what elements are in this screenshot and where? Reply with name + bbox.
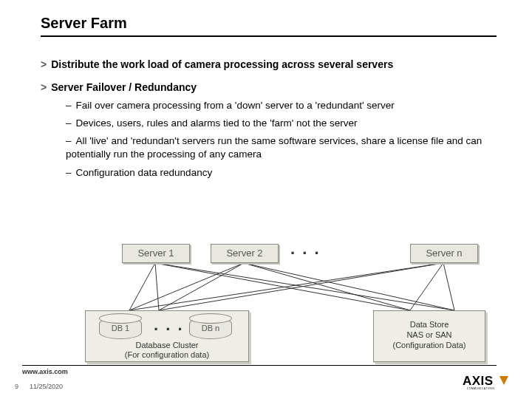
ds-l2: NAS or SAN — [406, 330, 451, 339]
subbullet-3: –All 'live' and 'redundan't servers run … — [66, 134, 497, 161]
svg-line-2 — [155, 263, 410, 310]
content-body: >Distribute the work load of camera proc… — [41, 52, 497, 180]
dash-icon: – — [66, 167, 72, 178]
svg-line-1 — [155, 263, 159, 310]
cluster-caption-l2: (For configuration data) — [125, 350, 209, 359]
data-store-caption: Data Store NAS or SAN (Configuration Dat… — [374, 320, 485, 350]
svg-line-3 — [155, 263, 454, 310]
chevron-icon: > — [41, 58, 47, 70]
db1-label: DB 1 — [100, 324, 141, 332]
bullet-text: Server Failover / Redundancy — [51, 81, 197, 93]
server-n-box: Server n — [410, 244, 478, 263]
svg-line-5 — [159, 263, 244, 310]
logo-triangle-icon — [499, 376, 508, 385]
dbn-cylinder: DB n — [189, 317, 232, 339]
slide: Server Farm >Distribute the work load of… — [0, 0, 532, 399]
axis-logo: AXIS COMMUNICATIONS — [463, 374, 510, 392]
data-store-panel: Data Store NAS or SAN (Configuration Dat… — [373, 310, 485, 362]
bullet-failover: >Server Failover / Redundancy — [41, 81, 497, 95]
svg-line-9 — [159, 263, 443, 310]
subbullet-text: All 'live' and 'redundan't servers run t… — [66, 135, 482, 160]
ellipsis-mid: . . . — [154, 316, 184, 335]
subbullet-2: –Devices, users, rules and alarms tied t… — [66, 117, 497, 130]
cluster-caption: Database Cluster (For configuration data… — [64, 341, 270, 360]
svg-line-7 — [244, 263, 454, 310]
title-rule — [41, 35, 497, 37]
logo-word: AXIS — [463, 374, 494, 388]
subbullet-text: Fail over camera processing from a 'down… — [76, 100, 395, 111]
footer-date: 11/25/2020 — [30, 383, 63, 390]
footer-url: www.axis.com — [22, 368, 68, 375]
svg-line-11 — [443, 263, 454, 310]
page-number: 9 — [15, 383, 18, 390]
db-cluster-panel: DB 1 . . . DB n Database Cluster (For co… — [85, 310, 249, 362]
bullet-text: Distribute the work load of camera proce… — [51, 58, 393, 70]
server-1-box: Server 1 — [122, 244, 190, 263]
chevron-icon: > — [41, 81, 47, 93]
svg-line-8 — [129, 263, 443, 310]
svg-line-4 — [129, 263, 244, 310]
svg-line-0 — [129, 263, 155, 310]
svg-line-6 — [244, 263, 410, 310]
ellipsis-top: . . . — [290, 239, 321, 259]
svg-line-10 — [410, 263, 443, 310]
db1-cylinder: DB 1 — [99, 317, 142, 339]
diagram: Server 1 Server 2 . . . Server n DB 1 . … — [41, 244, 497, 369]
subbullet-text: Configuration data redundancy — [76, 167, 213, 178]
footer-rule — [22, 365, 497, 366]
ds-l3: (Configuration Data) — [392, 341, 466, 349]
logo-tagline: COMMUNICATIONS — [467, 387, 495, 390]
subbullet-1: –Fail over camera processing from a 'dow… — [66, 99, 497, 112]
dash-icon: – — [66, 100, 72, 111]
dbn-label: DB n — [190, 324, 231, 332]
cluster-caption-l1: Database Cluster — [136, 341, 199, 349]
dash-icon: – — [66, 117, 72, 129]
dash-icon: – — [66, 135, 72, 146]
subbullet-4: –Configuration data redundancy — [66, 166, 497, 180]
bullet-distribute: >Distribute the work load of camera proc… — [41, 58, 497, 72]
subbullet-text: Devices, users, rules and alarms tied to… — [76, 117, 358, 129]
slide-title: Server Farm — [41, 15, 127, 32]
ds-l1: Data Store — [410, 320, 449, 329]
server-2-box: Server 2 — [211, 244, 279, 263]
